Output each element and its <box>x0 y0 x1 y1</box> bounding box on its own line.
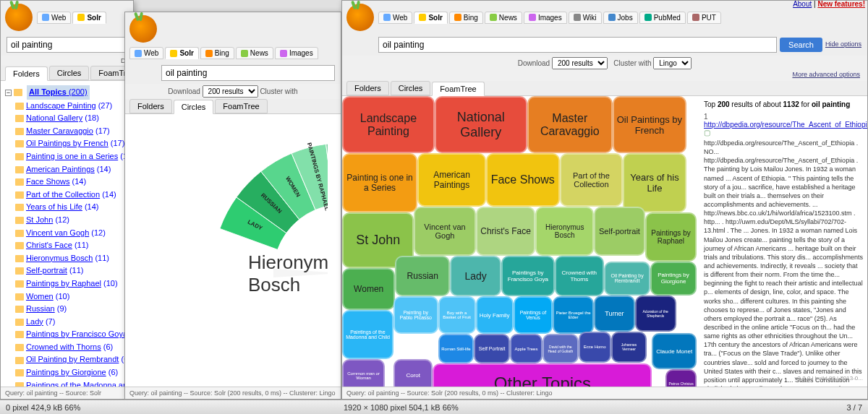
tree-item[interactable]: Vincent van Gogh (12) <box>15 227 129 240</box>
tab-folders[interactable]: Folders <box>5 66 48 81</box>
tree-item[interactable]: Oil Painting by Rembrandt (6) <box>15 353 129 366</box>
tree-item[interactable]: Paintings by Giorgione (6) <box>15 366 129 379</box>
tab-foamtree[interactable]: FoamTree <box>432 82 484 96</box>
foam-cell[interactable]: Other Topics <box>433 363 652 387</box>
foam-cell[interactable]: Adoration of the Shepherds <box>635 296 676 332</box>
tree-item[interactable]: Years of his Life (14) <box>15 201 129 214</box>
foam-cell[interactable]: Ecce Homo <box>579 332 611 363</box>
tree-item[interactable]: Part of the Collection (14) <box>15 189 129 202</box>
tab-news[interactable]: News <box>485 12 522 24</box>
tree-item[interactable]: Paintings by Francisco Goya (6) <box>15 328 129 341</box>
about-link[interactable]: About <box>793 0 812 8</box>
tree-item[interactable]: Paintings by Raphael (10) <box>15 277 129 290</box>
tab-jobs[interactable]: Jobs <box>603 12 638 24</box>
tab-solr[interactable]: Solr <box>165 47 198 59</box>
tab-images[interactable]: Images <box>524 12 567 24</box>
tree-item[interactable]: Crowned with Thorns (6) <box>15 341 129 354</box>
tree-item[interactable]: Oil Paintings by French (17) <box>15 137 129 150</box>
tab-pubmed[interactable]: PubMed <box>639 12 686 24</box>
tab-bing[interactable]: Bing <box>449 12 483 24</box>
foam-cell[interactable]: Women <box>342 268 395 311</box>
foam-cell[interactable]: Part of the Collection <box>560 153 624 207</box>
foam-cell[interactable]: Petrus Christus <box>665 369 697 387</box>
foam-cell[interactable]: Painting by Pablo Picasso <box>393 296 438 334</box>
tab-folders[interactable]: Folders <box>129 99 172 113</box>
search-input[interactable] <box>378 37 777 53</box>
hide-options-link[interactable]: Hide options <box>825 41 861 48</box>
foam-cell[interactable]: Paintings of the Madonna and Child <box>342 310 393 359</box>
foam-cell[interactable]: Johannes Vermeer <box>611 332 647 363</box>
tree-root[interactable]: All Topics (200) <box>27 85 90 100</box>
foam-cell[interactable]: Years of his Life <box>623 153 686 212</box>
tab-bing[interactable]: Bing <box>200 47 234 59</box>
foam-cell[interactable]: Claude Monet <box>652 333 697 369</box>
tab-circles[interactable]: Circles <box>49 66 90 80</box>
foam-cell[interactable]: Paintings of Venus <box>514 296 553 334</box>
foam-cell[interactable]: Hieronymus Bosch <box>535 207 593 256</box>
tree-item[interactable]: Landscape Painting (27) <box>15 100 129 113</box>
foam-cell[interactable]: Oil Painting by Rembrandt <box>604 262 650 296</box>
foam-cell[interactable]: Christ's Face <box>476 207 536 256</box>
tree-item[interactable]: Master Caravaggio (17) <box>15 125 129 138</box>
foam-cell[interactable]: Common man or Woman <box>342 359 385 387</box>
foam-cell[interactable]: Oil Paintings by French <box>613 96 686 153</box>
foam-cell[interactable]: Paintings by Giorgione <box>650 262 697 296</box>
results-select[interactable]: 200 results <box>552 57 608 69</box>
new-features-link[interactable]: New features! <box>817 0 865 8</box>
tree-item[interactable]: Painting is one in a Series (15) <box>15 150 129 163</box>
tree-item[interactable]: Women (10) <box>15 290 129 303</box>
foam-cell[interactable]: Russian <box>395 256 450 297</box>
foam-cell[interactable]: Self-portrait <box>594 207 645 256</box>
results-select[interactable]: 200 results <box>203 85 258 98</box>
tree-item[interactable]: Christ's Face (11) <box>15 239 129 252</box>
foam-cell[interactable]: Turner <box>594 296 635 332</box>
foam-cell[interactable]: Master Caravaggio <box>527 96 613 153</box>
foam-cell[interactable]: Face Shows <box>486 153 560 207</box>
search-input[interactable] <box>161 65 335 81</box>
tree-item[interactable]: Face Shows (14) <box>15 176 129 189</box>
foam-cell[interactable]: Pieter Bruegel the Elder <box>553 296 594 334</box>
foam-cell[interactable]: Vincent van Gogh <box>414 207 475 256</box>
tab-foamtree[interactable]: FoamTree <box>215 99 267 113</box>
tab-images[interactable]: Images <box>275 47 318 59</box>
more-advanced-link[interactable]: More advanced options <box>342 71 867 81</box>
collapse-icon[interactable]: − <box>5 90 12 96</box>
search-input[interactable] <box>7 37 127 53</box>
foamtree-visualization[interactable]: Landscape PaintingNational GalleryMaster… <box>342 96 697 387</box>
foam-cell[interactable]: Paintings by Raphael <box>645 212 697 262</box>
tree-item[interactable]: Self-portrait (11) <box>15 264 129 277</box>
tab-web[interactable]: Web <box>129 47 163 59</box>
foam-cell[interactable]: Lady <box>450 256 501 297</box>
foam-cell[interactable]: Painting is one in a Series <box>342 153 417 212</box>
foam-cell[interactable]: Roman Still-life <box>438 334 475 363</box>
tab-solr[interactable]: Solr <box>414 12 447 24</box>
tab-circles[interactable]: Circles <box>174 100 214 114</box>
tree-item[interactable]: Hieronymus Bosch (11) <box>15 252 129 265</box>
tree-item[interactable]: St John (12) <box>15 214 129 227</box>
foam-cell[interactable]: Boy with a Basket of Fruit <box>438 296 476 334</box>
tree-item[interactable]: Lady (7) <box>15 316 129 329</box>
foam-cell[interactable]: Holy Family <box>476 296 514 334</box>
tab-news[interactable]: News <box>236 47 273 59</box>
tab-circles[interactable]: Circles <box>391 81 431 95</box>
result-link[interactable]: http://dbpedia.org/resource/The_Ascent_o… <box>704 121 867 129</box>
foam-cell[interactable]: Self Portrait <box>474 334 510 363</box>
tree-item[interactable]: American Paintings (14) <box>15 163 129 176</box>
circles-visualization[interactable]: LADYRUSSIANWOMENPAINTINGS BY RAPHAELSELF… <box>125 114 328 387</box>
tab-web[interactable]: Web <box>37 12 71 24</box>
foam-cell[interactable]: Corot <box>393 359 433 387</box>
foam-cell[interactable]: American Paintings <box>417 153 486 207</box>
tab-put[interactable]: PUT <box>687 12 721 24</box>
search-button[interactable]: Search <box>780 38 822 52</box>
tree-item[interactable]: Russian (9) <box>15 303 129 316</box>
tab-folders[interactable]: Folders <box>346 81 389 95</box>
tree-item[interactable]: Paintings of the Madonna and <box>15 379 129 387</box>
foam-cell[interactable]: David with the Head of Goliath <box>542 334 579 363</box>
foam-cell[interactable]: Crowned with Thorns <box>555 256 605 297</box>
foam-cell[interactable]: Landscape Painting <box>342 96 435 153</box>
tab-web[interactable]: Web <box>378 12 412 24</box>
foam-cell[interactable]: National Gallery <box>435 96 527 153</box>
tab-solr[interactable]: Solr <box>72 12 106 24</box>
tab-wiki[interactable]: Wiki <box>569 12 602 24</box>
algorithm-select[interactable]: Lingo <box>653 57 692 69</box>
